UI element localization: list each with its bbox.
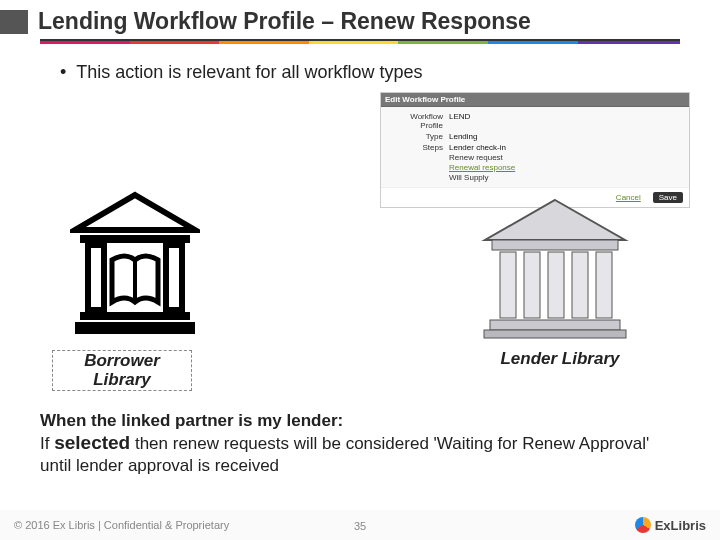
step-item-selected: Renewal response bbox=[449, 163, 683, 173]
bullet-text: This action is relevant for all workflow… bbox=[76, 62, 422, 83]
svg-marker-7 bbox=[485, 200, 625, 240]
copyright: © 2016 Ex Libris | Confidential & Propri… bbox=[14, 519, 229, 531]
svg-rect-3 bbox=[166, 245, 182, 310]
bullet-dot-icon: • bbox=[60, 62, 66, 84]
brand-logo: ExLibris bbox=[635, 517, 706, 533]
explain-l2b: selected bbox=[54, 432, 130, 453]
step-item: Renew request bbox=[449, 153, 683, 163]
svg-rect-11 bbox=[548, 252, 564, 318]
steps-list: Renew request Renewal response Will Supp… bbox=[449, 153, 683, 183]
bullet-item: • This action is relevant for all workfl… bbox=[60, 62, 680, 84]
field-label-steps: Steps bbox=[387, 143, 443, 152]
svg-rect-4 bbox=[80, 312, 190, 320]
borrower-caption: Borrower Library bbox=[52, 350, 192, 391]
title-bar: Lending Workflow Profile – Renew Respons… bbox=[0, 0, 720, 37]
svg-rect-2 bbox=[88, 245, 104, 310]
panel-body: Workflow Profile LEND Type Lending Steps… bbox=[381, 107, 689, 187]
svg-rect-15 bbox=[484, 330, 626, 338]
explain-l2a: If bbox=[40, 434, 54, 453]
lender-library-icon bbox=[480, 190, 630, 344]
explanation-text: When the linked partner is my lender: If… bbox=[40, 410, 680, 476]
svg-rect-5 bbox=[75, 322, 195, 334]
logo-mark-icon bbox=[635, 517, 651, 533]
explain-line2: If selected then renew requests will be … bbox=[40, 431, 680, 455]
body: • This action is relevant for all workfl… bbox=[0, 44, 720, 84]
svg-rect-9 bbox=[500, 252, 516, 318]
slide-title: Lending Workflow Profile – Renew Respons… bbox=[38, 8, 531, 35]
field-value-step0: Lender check-in bbox=[449, 143, 506, 152]
slide-number: 35 bbox=[354, 520, 366, 532]
title-accent-block bbox=[0, 10, 28, 34]
svg-rect-14 bbox=[490, 320, 620, 330]
svg-rect-12 bbox=[572, 252, 588, 318]
borrower-library-icon bbox=[70, 190, 200, 344]
explain-line3: until lender approval is received bbox=[40, 455, 680, 476]
brand-name: ExLibris bbox=[655, 518, 706, 533]
svg-marker-0 bbox=[75, 195, 195, 230]
step-item: Will Supply bbox=[449, 173, 683, 183]
explain-line1: When the linked partner is my lender: bbox=[40, 410, 680, 431]
explain-l2c: then renew requests will be considered '… bbox=[130, 434, 649, 453]
illustration-row: Borrower Library Lender Library bbox=[0, 190, 720, 400]
field-label-type: Type bbox=[387, 132, 443, 141]
field-value-name: LEND bbox=[449, 112, 470, 130]
slide: Lending Workflow Profile – Renew Respons… bbox=[0, 0, 720, 540]
lender-caption: Lender Library bbox=[500, 350, 620, 369]
svg-rect-10 bbox=[524, 252, 540, 318]
svg-rect-1 bbox=[80, 235, 190, 243]
svg-rect-13 bbox=[596, 252, 612, 318]
panel-header: Edit Workflow Profile bbox=[381, 93, 689, 107]
field-value-type: Lending bbox=[449, 132, 477, 141]
svg-rect-8 bbox=[492, 240, 618, 250]
field-label-name: Workflow Profile bbox=[387, 112, 443, 130]
